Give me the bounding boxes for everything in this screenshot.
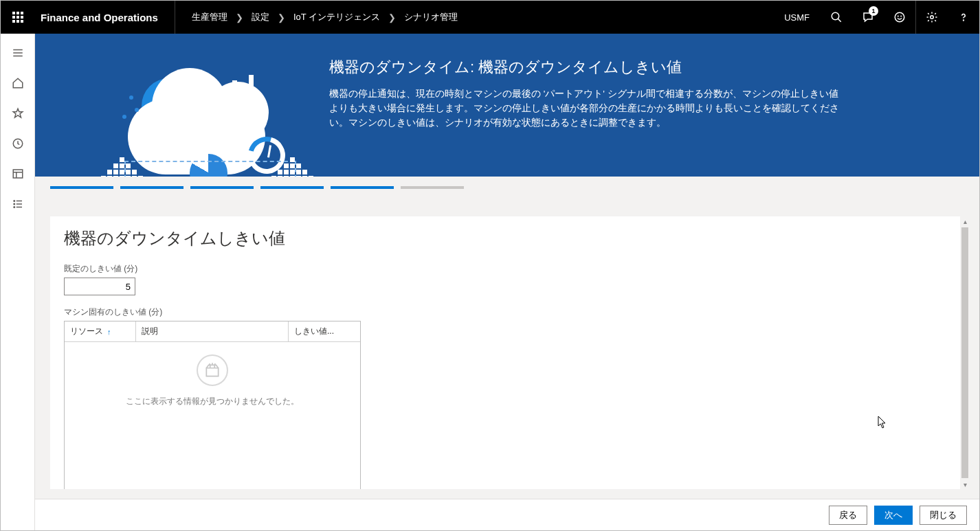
crumb-3[interactable]: IoT インテリジェンス [293,11,380,23]
svg-point-23 [14,201,15,202]
modules-list-icon[interactable] [1,190,35,218]
svg-rect-7 [16,20,19,23]
svg-rect-6 [12,20,15,23]
svg-rect-3 [12,16,15,19]
machine-threshold-label: マシン固有のしきい値 (分) [64,306,946,318]
hero-description: 機器の停止通知は、現在の時刻とマシンの最後の 'パートアウト' シグナル間で相違… [329,87,847,131]
svg-point-14 [931,16,934,19]
svg-point-11 [895,12,904,22]
recent-clock-icon[interactable] [1,130,35,157]
nav-rail [1,34,35,530]
scroll-down-icon[interactable]: ▾ [960,479,970,489]
sort-ascending-icon: ↑ [107,328,111,336]
empty-text: ここに表示する情報が見つかりませんでした。 [126,396,299,407]
home-icon[interactable] [1,69,35,97]
svg-rect-20 [13,170,23,178]
default-threshold-input[interactable] [64,278,135,295]
hero-banner: 機器のダウンタイム: 機器のダウンタイムしきい値 機器の停止通知は、現在の時刻と… [35,34,979,177]
column-description[interactable]: 説明 [136,321,289,342]
hero-illustration [35,34,296,177]
svg-point-12 [898,16,898,16]
column-threshold[interactable]: しきい値... [289,321,360,342]
next-button[interactable]: 次へ [874,506,913,525]
scroll-up-icon[interactable]: ▴ [960,216,970,226]
svg-rect-8 [21,20,23,23]
hamburger-icon[interactable] [1,39,35,67]
column-resource[interactable]: リソース↑ [65,321,136,342]
content-panel: 機器のダウンタイムしきい値 既定のしきい値 (分) マシン固有のしきい値 (分)… [50,216,960,489]
top-right-tools: USMF 1 [773,1,979,34]
help-icon[interactable] [948,1,979,34]
empty-box-icon [197,354,228,386]
brand-title: Finance and Operations [35,12,175,23]
favorites-star-icon[interactable] [1,100,35,127]
main-area: 機器のダウンタイム: 機器のダウンタイムしきい値 機器の停止通知は、現在の時刻と… [35,34,979,530]
app-launcher-icon[interactable] [1,1,35,34]
breadcrumb: 生産管理 ❯ 設定 ❯ IoT インテリジェンス ❯ シナリオ管理 [175,11,773,23]
settings-gear-icon[interactable] [916,1,948,34]
chevron-right-icon: ❯ [384,12,400,23]
hero-title: 機器のダウンタイム: 機器のダウンタイムしきい値 [329,57,847,78]
scrollbar[interactable]: ▴ ▾ [960,216,970,489]
feedback-icon[interactable] [884,1,915,34]
search-icon[interactable] [821,1,852,34]
scroll-thumb[interactable] [961,227,968,478]
wizard-footer: 戻る 次へ 閉じる [35,499,979,530]
chevron-right-icon: ❯ [274,12,289,23]
grid-body-empty: ここに表示する情報が見つかりませんでした。 [65,342,360,489]
crumb-1[interactable]: 生産管理 [192,11,227,23]
chevron-right-icon: ❯ [232,12,247,23]
svg-rect-5 [21,16,23,19]
crumb-4[interactable]: シナリオ管理 [404,11,458,23]
threshold-grid: リソース↑ 説明 しきい値... ここに表示する情報が見つかりませんでした。 [64,321,361,489]
svg-point-9 [832,12,839,20]
back-button[interactable]: 戻る [829,506,867,525]
crumb-2[interactable]: 設定 [252,11,269,23]
close-button[interactable]: 閉じる [920,506,967,525]
svg-rect-4 [16,16,19,19]
svg-rect-2 [21,12,23,14]
svg-point-13 [901,16,902,16]
svg-point-27 [14,207,15,208]
notifications-icon[interactable]: 1 [852,1,884,34]
svg-point-15 [964,20,964,21]
svg-rect-1 [16,12,19,14]
company-code[interactable]: USMF [773,12,821,23]
svg-point-25 [14,203,15,205]
panel-heading: 機器のダウンタイムしきい値 [64,227,946,249]
svg-rect-0 [12,12,15,14]
notification-badge: 1 [869,6,878,16]
svg-line-10 [838,19,841,22]
wizard-progress [35,177,979,189]
top-bar: Finance and Operations 生産管理 ❯ 設定 ❯ IoT イ… [1,1,979,34]
workspaces-icon[interactable] [1,160,35,188]
default-threshold-label: 既定のしきい値 (分) [64,263,946,275]
